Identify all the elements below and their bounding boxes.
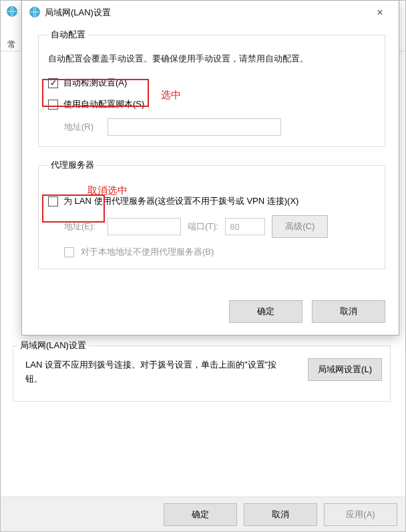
auto-config-desc: 自动配置会覆盖手动设置。要确保使用手动设置，请禁用自动配置。 [48,53,375,65]
proxy-address-label: 地址(E): [64,221,101,233]
auto-detect-checkbox[interactable] [48,78,58,88]
auto-address-label: 地址(R) [64,121,101,133]
proxy-port-input[interactable] [225,218,265,235]
auto-script-checkbox[interactable] [48,100,58,110]
auto-config-group: 自动配置 自动配置会覆盖手动设置。要确保使用手动设置，请禁用自动配置。 自动检测… [38,29,385,147]
parent-cancel-button[interactable]: 取消 [244,503,317,526]
dialog-titlebar: 局域网(LAN)设置 × [22,1,399,25]
dialog-title: 局域网(LAN)设置 [45,7,111,19]
lan-settings-dialog: 局域网(LAN)设置 × 自动配置 自动配置会覆盖手动设置。要确保使用手动设置，… [21,0,399,336]
dialog-ok-button[interactable]: 确定 [229,300,302,323]
globe-icon [29,6,41,20]
proxy-use-label: 为 LAN 使用代理服务器(这些设置不用于拨号或 VPN 连接)(X) [63,195,298,207]
lan-section-desc: LAN 设置不应用到拨号连接。对于拨号设置，单击上面的"设置"按钮。 [21,358,292,386]
lan-section-group: 局域网(LAN)设置 LAN 设置不应用到拨号连接。对于拨号设置，单击上面的"设… [13,346,391,402]
close-button[interactable]: × [368,1,392,25]
proxy-legend: 代理服务器 [48,159,97,171]
lan-settings-button[interactable]: 局域网设置(L) [308,358,382,381]
dialog-body: 自动配置 自动配置会覆盖手动设置。要确保使用手动设置，请禁用自动配置。 自动检测… [22,25,399,293]
proxy-bypass-label: 对于本地地址不使用代理服务器(B) [81,246,214,258]
lan-section-legend: 局域网(LAN)设置 [17,340,89,352]
parent-ok-button[interactable]: 确定 [164,503,237,526]
proxy-advanced-button[interactable]: 高级(C) [272,215,328,238]
globe-icon [6,5,18,19]
proxy-group: 代理服务器 为 LAN 使用代理服务器(这些设置不用于拨号或 VPN 连接)(X… [38,159,385,269]
auto-detect-label: 自动检测设置(A) [63,77,127,89]
auto-address-input[interactable] [108,118,281,136]
dialog-cancel-button[interactable]: 取消 [312,300,385,323]
auto-script-label: 使用自动配置脚本(S) [63,98,144,110]
proxy-bypass-checkbox[interactable] [64,247,74,257]
proxy-port-label: 端口(T): [188,221,218,233]
proxy-address-input[interactable] [108,218,181,235]
auto-config-legend: 自动配置 [48,29,88,41]
tab-fragment[interactable]: 常 [7,39,21,51]
proxy-use-checkbox[interactable] [48,196,58,207]
dialog-footer: 确定 取消 [22,293,399,335]
parent-footer: 确定 取消 应用(A) [1,497,405,531]
parent-apply-button[interactable]: 应用(A) [324,503,397,526]
